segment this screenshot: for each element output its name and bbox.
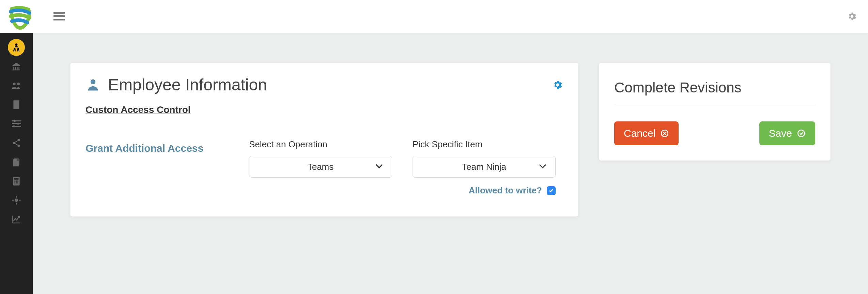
- svg-point-20: [14, 182, 15, 183]
- cancel-button[interactable]: Cancel: [614, 121, 679, 145]
- svg-rect-0: [53, 12, 65, 14]
- item-column: Pick Specific Item Team Ninja Allowed to…: [413, 139, 556, 196]
- svg-point-9: [17, 123, 19, 125]
- svg-point-22: [17, 182, 18, 183]
- save-button-label: Save: [769, 128, 792, 139]
- complete-revisions-card: Complete Revisions Cancel Save: [599, 63, 831, 161]
- svg-point-17: [14, 180, 15, 181]
- top-bar: [0, 0, 868, 33]
- cancel-icon: [660, 129, 669, 138]
- operation-label: Select an Operation: [249, 139, 392, 150]
- cancel-button-label: Cancel: [624, 128, 655, 139]
- item-value: Team Ninja: [462, 162, 506, 172]
- hamburger-menu-icon[interactable]: [52, 10, 66, 23]
- sidebar-item-target[interactable]: [8, 192, 25, 209]
- svg-point-24: [91, 79, 96, 84]
- svg-point-21: [16, 182, 17, 183]
- operation-column: Select an Operation Teams: [249, 139, 392, 178]
- left-sidebar: [0, 33, 33, 294]
- sidebar-item-person[interactable]: [8, 39, 25, 56]
- sidebar-item-sliders[interactable]: [8, 115, 25, 132]
- card-title: Employee Information: [108, 75, 267, 94]
- sidebar-item-users[interactable]: [8, 77, 25, 94]
- svg-point-5: [17, 83, 20, 85]
- operation-value: Teams: [308, 162, 334, 172]
- divider: [614, 105, 815, 105]
- svg-rect-6: [12, 120, 21, 121]
- button-row: Cancel Save: [614, 121, 815, 145]
- card-title-row: Employee Information: [86, 75, 563, 94]
- svg-point-13: [18, 139, 20, 141]
- svg-point-12: [13, 142, 15, 144]
- svg-point-19: [17, 180, 18, 181]
- item-label: Pick Specific Item: [413, 139, 556, 150]
- svg-point-4: [13, 83, 16, 85]
- svg-point-14: [18, 145, 20, 147]
- operation-select[interactable]: Teams: [249, 156, 392, 178]
- chevron-down-icon: [375, 164, 383, 169]
- svg-point-3: [15, 43, 18, 46]
- sidebar-item-chart[interactable]: [8, 211, 25, 228]
- user-icon: [86, 77, 100, 92]
- sidebar-item-calculator[interactable]: [8, 173, 25, 190]
- save-button[interactable]: Save: [759, 121, 815, 145]
- svg-point-7: [14, 120, 16, 122]
- sidebar-item-share[interactable]: [8, 134, 25, 151]
- svg-rect-2: [53, 19, 65, 20]
- svg-point-11: [13, 126, 15, 128]
- svg-rect-16: [14, 178, 19, 179]
- allow-write-row: Allowed to write?: [413, 185, 556, 196]
- svg-point-23: [15, 199, 18, 202]
- sidebar-item-building[interactable]: [8, 96, 25, 113]
- grant-access-label: Grant Additional Access: [86, 143, 229, 154]
- custom-access-subhead: Custon Access Control: [86, 104, 563, 115]
- svg-rect-1: [53, 15, 65, 17]
- grant-access-row: Grant Additional Access Select an Operat…: [86, 139, 563, 196]
- revisions-title: Complete Revisions: [614, 79, 815, 96]
- check-circle-icon: [797, 129, 806, 138]
- main-content: Employee Information Custon Access Contr…: [33, 33, 868, 294]
- svg-point-26: [798, 130, 805, 137]
- chevron-down-icon: [539, 164, 546, 169]
- sidebar-item-bank[interactable]: [8, 58, 25, 75]
- item-select[interactable]: Team Ninja: [413, 156, 556, 178]
- employee-info-card: Employee Information Custon Access Contr…: [70, 63, 578, 217]
- allow-write-label: Allowed to write?: [469, 185, 542, 196]
- svg-point-18: [16, 180, 17, 181]
- svg-rect-8: [12, 123, 21, 124]
- allow-write-checkbox[interactable]: [547, 186, 556, 195]
- sidebar-item-copy[interactable]: [8, 153, 25, 171]
- card-settings-gear-icon[interactable]: [552, 79, 563, 90]
- app-logo: [5, 1, 35, 32]
- settings-gear-icon[interactable]: [847, 11, 857, 21]
